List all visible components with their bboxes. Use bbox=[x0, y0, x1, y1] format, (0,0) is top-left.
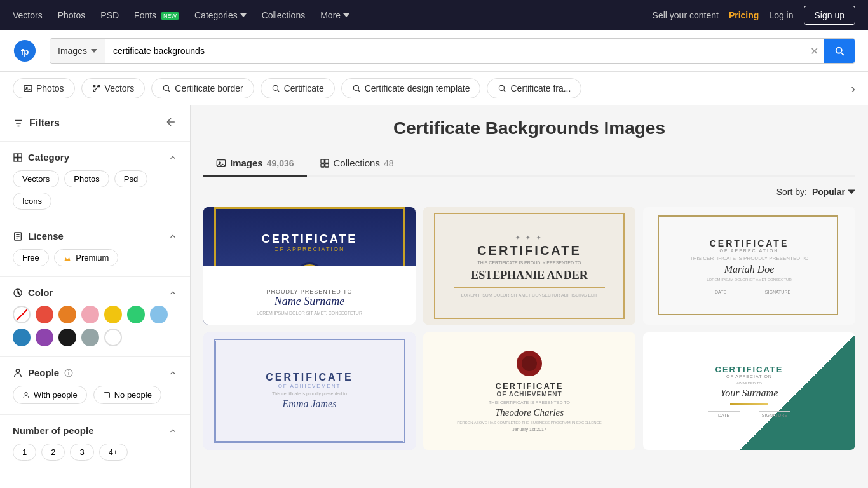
color-swatch-purple[interactable] bbox=[36, 329, 53, 346]
search-clear-button[interactable]: ✕ bbox=[804, 39, 825, 63]
image-card-5[interactable]: CERTIFICATE OF ACHIEVEMENT THIS CERTIFIC… bbox=[423, 332, 635, 450]
people-header[interactable]: People i bbox=[13, 367, 177, 378]
people-buttons: With people No people bbox=[13, 386, 177, 404]
color-swatch-lightblue[interactable] bbox=[150, 306, 168, 323]
nav-vectors[interactable]: Vectors bbox=[13, 10, 43, 20]
color-swatch-gray[interactable] bbox=[81, 329, 99, 346]
number-tag-1[interactable]: 1 bbox=[13, 444, 36, 461]
category-tag-photos[interactable]: Photos bbox=[64, 170, 109, 187]
logo[interactable]: fp bbox=[13, 39, 37, 63]
color-swatch-black[interactable] bbox=[58, 329, 76, 346]
color-swatch-red[interactable] bbox=[36, 306, 53, 323]
login-link[interactable]: Log in bbox=[769, 10, 793, 20]
color-swatch-blue[interactable] bbox=[13, 329, 31, 346]
nav-psd[interactable]: PSD bbox=[100, 10, 119, 20]
image-card-4[interactable]: CERTIFICATE OF ACHIEVEMENT This certific… bbox=[203, 332, 416, 450]
search-wrapper: Images ✕ bbox=[50, 38, 855, 64]
svg-point-24 bbox=[25, 392, 27, 395]
category-title: Category bbox=[13, 152, 69, 163]
search-submit-button[interactable] bbox=[824, 39, 855, 63]
color-swatch-yellow[interactable] bbox=[104, 306, 122, 323]
filter-tab-cert-fra[interactable]: Certificate fra... bbox=[487, 78, 581, 98]
person-icon bbox=[22, 391, 30, 399]
freepik-logo: fp bbox=[13, 39, 37, 63]
chevron-up-icon-people bbox=[168, 369, 177, 377]
tab-images[interactable]: Images 49,036 bbox=[203, 151, 307, 177]
filter-tab-certificate[interactable]: Certificate bbox=[261, 78, 335, 98]
card-3-overlay bbox=[643, 207, 855, 325]
color-header[interactable]: Color bbox=[13, 287, 177, 298]
card-6-overlay bbox=[643, 332, 855, 450]
color-palette bbox=[13, 306, 177, 346]
svg-point-10 bbox=[499, 85, 505, 90]
number-tag-2[interactable]: 2 bbox=[41, 444, 65, 461]
search-type-selector[interactable]: Images bbox=[50, 39, 105, 63]
category-tags: Vectors Photos Psd Icons bbox=[13, 170, 177, 210]
image-card-3[interactable]: CERTIFICATE OF APPRECIATION THIS CERTIFI… bbox=[643, 207, 855, 325]
people-title: People i bbox=[13, 367, 73, 378]
svg-rect-15 bbox=[14, 154, 17, 157]
image-card-6[interactable]: CERTIFICATE OF APPECIATION AWARDED TO Yo… bbox=[643, 332, 855, 450]
nav-categories[interactable]: Categories bbox=[194, 10, 247, 20]
sort-label: Sort by: bbox=[776, 187, 807, 197]
color-swatch-pink[interactable] bbox=[81, 306, 99, 323]
number-people-header[interactable]: Number of people bbox=[13, 425, 177, 436]
license-header[interactable]: License bbox=[13, 231, 177, 241]
image-card-2[interactable]: ✦ ✦ ✦ CERTIFICATE THIS CERTIFICATE IS PR… bbox=[423, 207, 635, 325]
search-input[interactable] bbox=[105, 39, 804, 63]
card-1-overlay bbox=[203, 207, 416, 325]
images-tab-icon bbox=[216, 158, 226, 168]
with-people-button[interactable]: With people bbox=[13, 386, 87, 404]
color-icon bbox=[13, 288, 23, 298]
svg-text:fp: fp bbox=[21, 47, 29, 57]
filter-tab-certificate-border[interactable]: Certificate border bbox=[151, 78, 254, 98]
no-people-button[interactable]: No people bbox=[93, 386, 161, 404]
image-card-1[interactable]: CERTIFICATE OF APPRECIATION BESTAWARD PR… bbox=[203, 207, 416, 325]
pricing-link[interactable]: Pricing bbox=[729, 10, 759, 20]
sidebar-header: Filters bbox=[0, 105, 190, 142]
chevron-up-icon bbox=[168, 153, 177, 162]
nav-photos[interactable]: Photos bbox=[58, 10, 86, 20]
nav-fonts[interactable]: Fonts NEW bbox=[134, 10, 179, 20]
sidebar: Filters Category Vectors Photos Psd Icon… bbox=[0, 105, 191, 488]
chevron-up-icon-color bbox=[168, 288, 177, 297]
info-icon: i bbox=[64, 369, 73, 377]
filter-tab-photos[interactable]: Photos bbox=[13, 78, 75, 98]
chevron-down-icon-more bbox=[343, 12, 349, 18]
sort-dropdown-icon bbox=[848, 189, 855, 194]
main-layout: Filters Category Vectors Photos Psd Icon… bbox=[0, 105, 868, 488]
number-tag-4plus[interactable]: 4+ bbox=[99, 444, 128, 461]
number-tags: 1 2 3 4+ bbox=[13, 444, 177, 461]
color-swatch-orange[interactable] bbox=[58, 306, 76, 323]
filter-tab-cert-design[interactable]: Certificate design template bbox=[341, 78, 481, 98]
people-section: People i With people No people bbox=[0, 357, 190, 415]
license-tag-premium[interactable]: Premium bbox=[54, 249, 119, 266]
search-icon-cert4 bbox=[498, 84, 506, 93]
svg-line-11 bbox=[504, 90, 506, 92]
svg-point-21 bbox=[16, 369, 19, 372]
nav-collections[interactable]: Collections bbox=[262, 10, 305, 20]
vectors-icon bbox=[92, 84, 101, 93]
sidebar-collapse-button[interactable] bbox=[165, 116, 177, 131]
color-swatch-green[interactable] bbox=[127, 306, 145, 323]
number-tag-3[interactable]: 3 bbox=[70, 444, 93, 461]
nav-more[interactable]: More bbox=[320, 10, 349, 20]
tab-collections[interactable]: Collections 48 bbox=[307, 151, 407, 177]
sort-select[interactable]: Popular bbox=[812, 187, 855, 197]
category-tag-psd[interactable]: Psd bbox=[114, 170, 147, 187]
svg-rect-30 bbox=[321, 163, 324, 166]
category-tag-vectors[interactable]: Vectors bbox=[13, 170, 59, 187]
license-tag-free[interactable]: Free bbox=[13, 249, 49, 266]
main-content: Certificate Backgrounds Images Images 49… bbox=[191, 105, 868, 488]
svg-line-7 bbox=[277, 90, 279, 92]
filter-tabs-next-button[interactable]: › bbox=[851, 81, 855, 96]
category-tag-icons[interactable]: Icons bbox=[13, 193, 51, 210]
sell-content-link[interactable]: Sell your content bbox=[653, 10, 719, 20]
signup-button[interactable]: Sign up bbox=[804, 6, 855, 25]
color-swatch-white[interactable] bbox=[104, 329, 122, 346]
category-header[interactable]: Category bbox=[13, 152, 177, 163]
filter-tab-vectors[interactable]: Vectors bbox=[81, 78, 146, 98]
number-people-section: Number of people 1 2 3 4+ bbox=[0, 415, 190, 471]
color-swatch-none[interactable] bbox=[13, 306, 31, 323]
search-icon-cert2 bbox=[271, 84, 280, 93]
